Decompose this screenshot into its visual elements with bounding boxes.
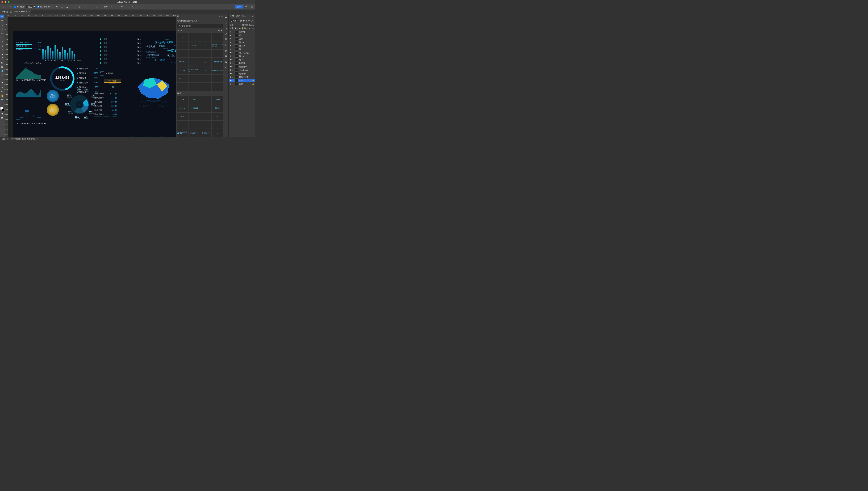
- align-icon[interactable]: ▤: [225, 49, 228, 52]
- library-item[interactable]: 企业画像: [212, 104, 223, 112]
- visibility-icon[interactable]: 👁: [229, 76, 232, 78]
- visibility-icon[interactable]: 👁: [229, 45, 232, 47]
- lasso-tool[interactable]: ⌕: [0, 23, 4, 27]
- play-icon[interactable]: ▶: [225, 16, 228, 19]
- library-item[interactable]: 3020 1665: [177, 66, 188, 74]
- library-item[interactable]: [177, 121, 188, 128]
- doc-tab[interactable]: 未标题-1 @ 183%(RGB/8#) * ×: [0, 10, 31, 14]
- visibility-icon[interactable]: 👁: [229, 55, 232, 57]
- slide-icon[interactable]: ↔: [125, 5, 129, 8]
- shape-tool[interactable]: ▭: [0, 89, 4, 93]
- library-item[interactable]: [200, 75, 211, 82]
- visibility-icon[interactable]: 👁: [229, 69, 232, 71]
- layer-kind-filter[interactable]: Q 类型: [230, 19, 239, 22]
- library-item[interactable]: [212, 50, 223, 57]
- visibility-icon[interactable]: 👁: [229, 59, 232, 61]
- library-item[interactable]: 虚气指数 5622: [200, 129, 211, 137]
- more-align-icon[interactable]: …: [95, 5, 99, 8]
- align-bottom-icon[interactable]: ▄: [65, 5, 69, 8]
- tab-paths[interactable]: 路径: [242, 15, 246, 17]
- library-item[interactable]: 3,025: [200, 58, 211, 66]
- panel-collapse-icon[interactable]: »: [219, 15, 220, 17]
- filter-shape-icon[interactable]: ▭: [248, 20, 250, 22]
- marquee-tool[interactable]: ▭: [0, 19, 4, 23]
- quick-mask[interactable]: ◑: [0, 111, 4, 115]
- heal-tool[interactable]: ⊕: [0, 44, 4, 48]
- history-icon[interactable]: ↻: [225, 21, 228, 24]
- background-color[interactable]: [2, 109, 4, 111]
- workspace-icon[interactable]: ▦: [250, 5, 253, 8]
- library-item[interactable]: 5,800: [177, 96, 188, 104]
- library-item[interactable]: 17% 项目总收益: [189, 104, 199, 112]
- library-item[interactable]: 15.95%: [189, 41, 199, 49]
- crop-tool[interactable]: ✂: [0, 31, 4, 35]
- filter-type-icon[interactable]: T: [246, 20, 247, 22]
- visibility-icon[interactable]: 👁: [229, 34, 232, 36]
- stamp-tool[interactable]: ▲: [0, 52, 4, 56]
- layer-row[interactable]: 👁›趋势图 05: [229, 65, 255, 68]
- close-window[interactable]: [1, 1, 3, 3]
- brush-tool[interactable]: ✐: [0, 48, 4, 52]
- library-item[interactable]: 179.81亿元: [177, 58, 188, 66]
- visibility-icon[interactable]: 👁: [229, 65, 232, 68]
- layer-row[interactable]: 👁›组 11: [229, 48, 255, 51]
- library-item[interactable]: [177, 50, 188, 57]
- visibility-icon[interactable]: 👁: [229, 80, 232, 82]
- zoom-level[interactable]: 182.93%: [2, 138, 9, 140]
- align-right-icon[interactable]: ▐: [83, 5, 86, 8]
- move-tool-icon[interactable]: ✥: [8, 5, 12, 8]
- library-item[interactable]: [189, 121, 199, 128]
- library-item[interactable]: 23449 12222 9988: [212, 66, 223, 74]
- library-item[interactable]: [189, 75, 199, 82]
- visibility-icon[interactable]: 👁: [229, 52, 232, 54]
- canvas[interactable]: CABINET-X8665%CABINET-X8665%CABINET-X866…: [8, 17, 176, 137]
- library-item[interactable]: 56: [177, 33, 188, 41]
- library-item[interactable]: [200, 121, 211, 128]
- wand-tool[interactable]: ✦: [0, 27, 4, 31]
- library-item[interactable]: [212, 33, 223, 41]
- library-item[interactable]: [189, 83, 199, 91]
- library-item[interactable]: 数据展示1 17513 较上涨+128: [212, 41, 223, 49]
- library-search[interactable]: 🔍搜索当前库: [177, 24, 223, 28]
- library-item[interactable]: 4.9.6.5.5.2.4.4: [177, 75, 188, 82]
- move-tool[interactable]: ✥: [0, 15, 4, 19]
- auto-select-mode[interactable]: 图层: [26, 5, 35, 8]
- align-top-icon[interactable]: ▀: [55, 5, 58, 8]
- visibility-icon[interactable]: 👁: [229, 38, 232, 40]
- pen-tool[interactable]: ✒: [0, 77, 4, 81]
- swatches-icon[interactable]: ▦: [225, 55, 228, 58]
- path-tool[interactable]: ↖: [0, 85, 4, 89]
- roll-icon[interactable]: ↺: [115, 5, 118, 8]
- library-item[interactable]: [200, 83, 211, 91]
- library-item[interactable]: [212, 83, 223, 91]
- type-tool[interactable]: T: [0, 81, 4, 85]
- filter-smart-icon[interactable]: ▢: [251, 20, 253, 22]
- glyphs-icon[interactable]: 字: [225, 38, 228, 41]
- library-item[interactable]: 98: [212, 113, 223, 120]
- grid-view-icon[interactable]: ▦: [218, 29, 220, 31]
- library-item[interactable]: 虚气指数 5622: [189, 129, 199, 137]
- edit-toolbar[interactable]: ⋯: [0, 102, 4, 106]
- search-icon[interactable]: 🔍: [245, 5, 248, 8]
- info-icon[interactable]: ⓘ: [225, 44, 228, 47]
- history-brush-tool[interactable]: ↺: [0, 56, 4, 60]
- layer-row[interactable]: 👁›背景🔒: [229, 82, 255, 86]
- distribute-icon[interactable]: ⋮: [90, 5, 93, 8]
- align-left-icon[interactable]: ▌: [73, 5, 76, 8]
- library-item[interactable]: [189, 113, 199, 120]
- layer-row[interactable]: 👁›Line Chart 裤贝: [229, 68, 255, 72]
- visibility-icon[interactable]: 👁: [229, 83, 232, 85]
- orbit-icon[interactable]: ⟲: [110, 5, 113, 8]
- home-icon[interactable]: ⌂: [1, 5, 5, 8]
- scale-icon[interactable]: ⤢: [130, 5, 134, 8]
- zoom-window[interactable]: [8, 1, 9, 3]
- share-button[interactable]: 共享: [235, 5, 243, 8]
- library-item[interactable]: [177, 83, 188, 91]
- visibility-icon[interactable]: 👁: [229, 41, 232, 44]
- library-item[interactable]: 62: [200, 41, 211, 49]
- eraser-tool[interactable]: ◧: [0, 60, 4, 64]
- layer-row[interactable]: 👁›分支图: [229, 30, 255, 34]
- frame-tool[interactable]: ▱: [0, 35, 4, 39]
- panel-menu-icon[interactable]: ≡: [222, 15, 223, 17]
- blur-tool[interactable]: 💧: [0, 69, 4, 73]
